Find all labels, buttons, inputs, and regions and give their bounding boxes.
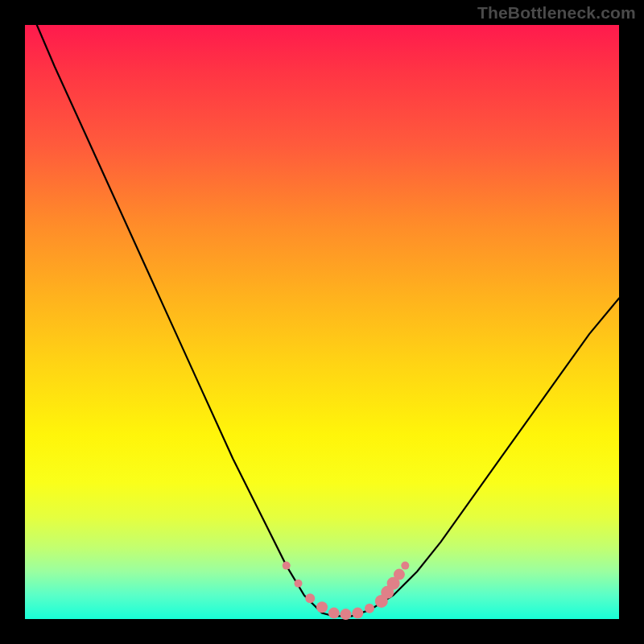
chart-svg xyxy=(25,25,619,619)
highlight-marker xyxy=(352,608,363,619)
highlight-marker xyxy=(341,609,352,620)
brand-watermark: TheBottleneck.com xyxy=(477,3,636,23)
highlight-marker xyxy=(295,580,303,588)
highlight-marker xyxy=(365,604,374,613)
app-frame: TheBottleneck.com xyxy=(0,0,644,644)
highlight-marker xyxy=(401,562,409,570)
bottleneck-curve xyxy=(37,25,619,616)
bottleneck-plot xyxy=(25,25,619,619)
highlight-marker xyxy=(305,593,315,603)
highlight-marker xyxy=(316,601,328,613)
highlight-marker xyxy=(328,608,340,619)
highlight-marker xyxy=(394,569,405,580)
highlight-marker xyxy=(283,562,291,570)
